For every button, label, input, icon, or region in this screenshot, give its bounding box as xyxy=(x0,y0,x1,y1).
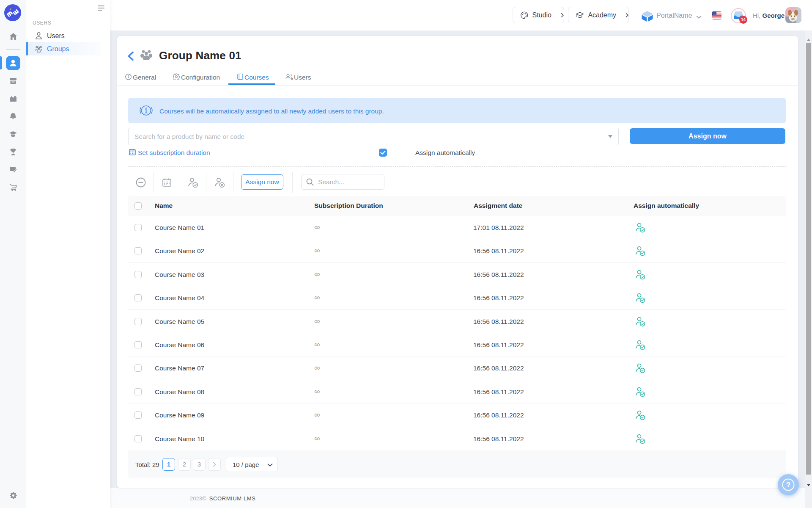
svg-text:?: ? xyxy=(786,481,790,489)
